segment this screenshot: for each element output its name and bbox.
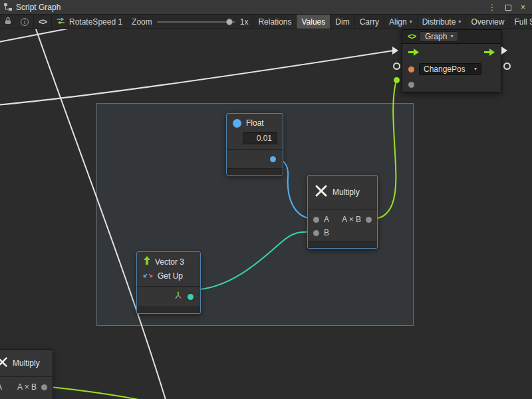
- float-node[interactable]: Float 0.01: [226, 113, 283, 176]
- multiply-icon: [0, 356, 8, 370]
- toolbar-button-fullscreen[interactable]: Full Screen: [509, 15, 532, 29]
- graph-asset-icon: [57, 17, 65, 27]
- zoom-slider-knob[interactable]: [226, 19, 233, 25]
- multiply-node-2[interactable]: Multiply A A × B: [0, 349, 53, 399]
- dropdown-arrow-icon: ▾: [458, 19, 461, 25]
- float-icon: [233, 119, 241, 128]
- flow-output-arrow-icon[interactable]: [484, 47, 495, 59]
- multiply2-output-label: A × B: [17, 382, 37, 392]
- float-node-header[interactable]: Float: [227, 114, 283, 132]
- subgraph-body: ChangePos ▾: [402, 44, 501, 92]
- getup-direction-icon: [143, 270, 154, 282]
- node-footer: [137, 307, 200, 313]
- multiply-input-a-label: A: [324, 215, 329, 224]
- changepos-subgraph-node[interactable]: <> Graph ▾ Change: [402, 29, 501, 92]
- multiply2-output-port[interactable]: [41, 384, 47, 390]
- vector3-icon: [143, 256, 151, 268]
- info-button[interactable]: i: [16, 15, 33, 29]
- graph-asset-name: RotateSpeed 1: [69, 17, 122, 27]
- graph-asset-item[interactable]: RotateSpeed 1: [52, 15, 127, 29]
- window-restore-icon[interactable]: [505, 1, 511, 13]
- flow-input-connector-triangle[interactable]: [392, 47, 398, 55]
- port-row: B: [308, 226, 377, 239]
- multiply-node[interactable]: Multiply A A × B B: [307, 175, 378, 249]
- vector3-axes-icon: [174, 291, 183, 303]
- multiply-output-label: A × B: [342, 215, 361, 224]
- edit-source-button[interactable]: <>: [34, 15, 51, 29]
- vector3-getup-node[interactable]: Vector 3 Get Up: [136, 251, 201, 314]
- multiply-input-b-label: B: [324, 228, 329, 237]
- multiply2-node-title: Multiply: [13, 358, 40, 368]
- flow-input-arrow-icon[interactable]: [408, 47, 419, 59]
- zoom-label: Zoom: [127, 15, 157, 29]
- breadcrumb: <> Graph ▾: [402, 30, 501, 44]
- float-output-port[interactable]: [270, 156, 276, 162]
- value-port-row: [402, 77, 501, 92]
- vector3-node-subtitle: Get Up: [158, 271, 183, 281]
- float-value-field[interactable]: 0.01: [243, 132, 277, 144]
- graph-canvas[interactable]: Float 0.01 Multiply A: [0, 29, 532, 399]
- subgraph-value-port[interactable]: [408, 82, 414, 88]
- flow-output-connector-triangle[interactable]: [501, 47, 507, 55]
- multiply2-node-header[interactable]: Multiply: [0, 350, 53, 376]
- lock-icon: [5, 17, 11, 27]
- graph-toolbar: i <> RotateSpeed 1 Zoom 1x Relations Val…: [0, 15, 532, 29]
- breadcrumb-label: Graph: [425, 32, 447, 41]
- window-close-icon[interactable]: ×: [521, 3, 525, 11]
- toolbar-button-overview[interactable]: Overview: [466, 15, 509, 29]
- unconnected-port-ring-right[interactable]: [503, 63, 511, 70]
- zoom-slider-track: [157, 21, 235, 23]
- window-menu-icon[interactable]: ⋮: [488, 3, 496, 11]
- unity-script-graph-window: Script Graph ⋮ × i <> RotateSpeed 1 Zoom: [0, 0, 532, 399]
- multiply-node-title: Multiply: [332, 188, 360, 197]
- script-graph-tab-icon: [4, 1, 12, 13]
- port-row: A A × B: [0, 380, 53, 394]
- multiply-output-port[interactable]: [366, 217, 372, 223]
- toolbar-button-label: Align: [389, 17, 407, 27]
- toolbar-button-carry[interactable]: Carry: [355, 15, 384, 29]
- zoom-value: 1x: [235, 15, 253, 29]
- node-footer: [308, 241, 377, 248]
- flow-port-row: [402, 44, 501, 61]
- dropdown-arrow-icon: ▾: [410, 19, 412, 25]
- wire-offscreen-top-left[interactable]: [0, 29, 78, 43]
- target-object-port[interactable]: [408, 66, 414, 72]
- toolbar-button-align[interactable]: Align ▾: [384, 15, 418, 29]
- toolbar-button-dim[interactable]: Dim: [331, 15, 354, 29]
- node-footer: [227, 168, 283, 175]
- float-node-title: Float: [246, 118, 264, 128]
- info-icon: i: [21, 18, 29, 26]
- wire-multiply2-output[interactable]: [45, 386, 154, 399]
- titlebar: Script Graph ⋮ ×: [0, 0, 532, 15]
- zoom-slider[interactable]: [157, 15, 235, 29]
- vector3-output-port[interactable]: [188, 294, 194, 300]
- multiply-input-b-port[interactable]: [313, 230, 319, 236]
- multiply-node-header[interactable]: Multiply: [308, 176, 377, 209]
- breadcrumb-graph-button[interactable]: Graph ▾: [420, 31, 458, 42]
- multiply-icon: [315, 184, 328, 200]
- dropdown-arrow-icon: ▾: [450, 34, 453, 39]
- wire-getup-to-multiply-b[interactable]: [192, 232, 315, 290]
- script-graph-code-icon: <>: [408, 32, 416, 41]
- multiply-input-a-port[interactable]: [313, 217, 319, 223]
- changepos-dropdown[interactable]: ChangePos ▾: [419, 63, 481, 75]
- changepos-field-row: ChangePos ▾: [402, 61, 501, 77]
- changepos-dropdown-value: ChangePos: [424, 65, 466, 74]
- wire-to-flow-input[interactable]: [0, 51, 394, 105]
- unconnected-port-ring-left[interactable]: [393, 63, 400, 70]
- toolbar-button-label: Distribute: [422, 17, 456, 27]
- wire-diagonal[interactable]: [35, 29, 166, 399]
- toolbar-button-relations[interactable]: Relations: [253, 15, 297, 29]
- window-title: Script Graph: [16, 3, 61, 12]
- multiply2-input-a-label: A: [0, 382, 2, 392]
- window-controls: ⋮ ×: [488, 1, 528, 13]
- toolbar-button-distribute[interactable]: Distribute ▾: [418, 15, 467, 29]
- toolbar-button-values[interactable]: Values: [297, 15, 331, 29]
- vector3-node-title: Vector 3: [155, 257, 184, 267]
- lock-button[interactable]: [0, 15, 16, 29]
- changepos-input-connection-dot[interactable]: [394, 77, 400, 83]
- dropdown-arrow-icon: ▾: [474, 66, 477, 72]
- port-row: A A × B: [308, 213, 377, 226]
- vector3-node-header[interactable]: Vector 3 Get Up: [137, 252, 200, 286]
